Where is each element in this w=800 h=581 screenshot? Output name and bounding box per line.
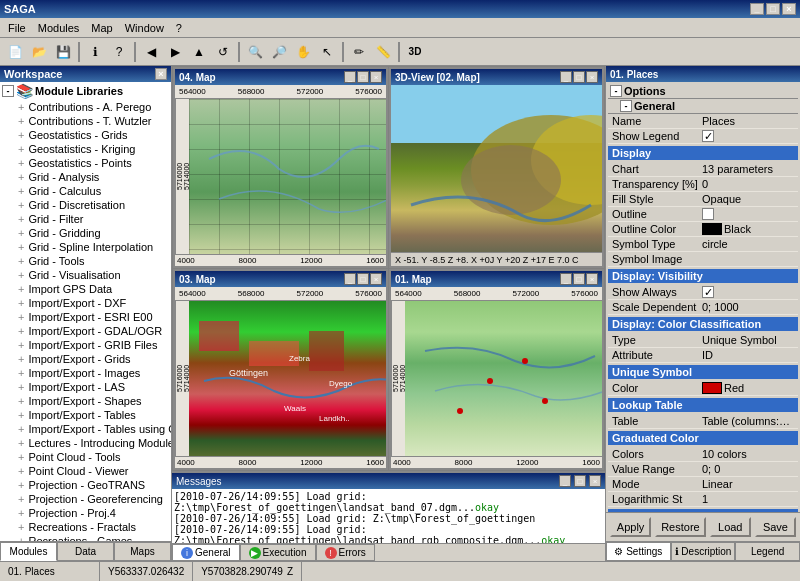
list-item[interactable]: +Recreations - Fractals (0, 520, 171, 534)
list-item[interactable]: +Contributions - T. Wutzler (0, 114, 171, 128)
list-item[interactable]: +Import/Export - Images (0, 366, 171, 380)
maximize-button[interactable]: □ (766, 3, 780, 15)
forward-button[interactable]: ▶ (164, 41, 186, 63)
list-item[interactable]: +Geostatistics - Grids (0, 128, 171, 142)
3d-button[interactable]: 3D (404, 41, 426, 63)
menu-file[interactable]: File (2, 20, 32, 36)
list-item[interactable]: +Lectures - Introducing Module P (0, 436, 171, 450)
map-01-canvas[interactable] (405, 301, 602, 456)
map-03-maximize[interactable]: □ (357, 273, 369, 285)
map-01-close[interactable]: × (586, 273, 598, 285)
list-item[interactable]: +Projection - Proj.4 (0, 506, 171, 520)
map-01-maximize[interactable]: □ (573, 273, 585, 285)
prop-color: Color Red (608, 381, 798, 396)
help-button[interactable]: ? (108, 41, 130, 63)
info-button[interactable]: ℹ (84, 41, 106, 63)
map-03-canvas[interactable]: Göttingen Zebra Dyego Waals Landkh.. (189, 301, 386, 456)
minimize-button[interactable]: _ (750, 3, 764, 15)
show-legend-checkbox[interactable]: ✓ (702, 130, 714, 142)
expand-icon[interactable]: - (2, 85, 14, 97)
pan-button[interactable]: ✋ (292, 41, 314, 63)
tab-execution[interactable]: ▶ Execution (240, 544, 316, 561)
list-item[interactable]: +Geostatistics - Kriging (0, 142, 171, 156)
list-item[interactable]: +Grid - Visualisation (0, 268, 171, 282)
map-3d-minimize[interactable]: _ (560, 71, 572, 83)
draw-button[interactable]: ✏ (348, 41, 370, 63)
list-item[interactable]: +Recreations - Games (0, 534, 171, 541)
list-item[interactable]: +Grid - Analysis (0, 170, 171, 184)
list-item[interactable]: +Point Cloud - Viewer (0, 464, 171, 478)
options-expand[interactable]: - (610, 85, 622, 97)
menu-window[interactable]: Window (119, 20, 170, 36)
menu-map[interactable]: Map (85, 20, 118, 36)
map-03-close[interactable]: × (370, 273, 382, 285)
messages-minimize[interactable]: _ (559, 475, 571, 487)
back-button[interactable]: ◀ (140, 41, 162, 63)
list-item[interactable]: +Import/Export - GRIB Files (0, 338, 171, 352)
map-04-canvas[interactable] (189, 99, 386, 254)
prop-chart: Chart 13 parameters (608, 162, 798, 177)
map-04-minimize[interactable]: _ (344, 71, 356, 83)
list-item[interactable]: +Import/Export - Grids (0, 352, 171, 366)
list-item[interactable]: +Geostatistics - Points (0, 156, 171, 170)
general-expand[interactable]: - (620, 100, 632, 112)
list-item[interactable]: +Projection - GeoTRANS (0, 478, 171, 492)
menu-modules[interactable]: Modules (32, 20, 86, 36)
map-03-minimize[interactable]: _ (344, 273, 356, 285)
select-button[interactable]: ↖ (316, 41, 338, 63)
restore-button[interactable]: Restore (655, 517, 706, 537)
list-item[interactable]: +Import/Export - Shapes (0, 394, 171, 408)
load-button[interactable]: Load (710, 517, 751, 537)
tab-description[interactable]: ℹ Description (671, 542, 736, 561)
list-item[interactable]: +Grid - Spline Interpolation (0, 240, 171, 254)
map-3d-canvas[interactable] (391, 85, 602, 252)
tree-root-modules[interactable]: - 📚 Module Libraries (0, 82, 171, 100)
tab-errors[interactable]: ! Errors (316, 544, 375, 561)
tab-general[interactable]: i General (172, 544, 240, 561)
messages-close[interactable]: × (589, 475, 601, 487)
outline-checkbox[interactable] (702, 208, 714, 220)
list-item[interactable]: +Point Cloud - Tools (0, 450, 171, 464)
tab-modules[interactable]: Modules (0, 542, 57, 561)
list-item[interactable]: +Grid - Calculus (0, 184, 171, 198)
status-coordinates: Y563337.026432 (100, 562, 193, 581)
tab-settings[interactable]: ⚙ Settings (606, 542, 671, 561)
new-button[interactable]: 📄 (4, 41, 26, 63)
list-item[interactable]: +Import/Export - DXF (0, 296, 171, 310)
close-button[interactable]: × (782, 3, 796, 15)
list-item[interactable]: +Import GPS Data (0, 282, 171, 296)
zoom-in-button[interactable]: 🔍 (244, 41, 266, 63)
map-3d-maximize[interactable]: □ (573, 71, 585, 83)
up-button[interactable]: ▲ (188, 41, 210, 63)
tab-data[interactable]: Data (57, 542, 114, 561)
list-item[interactable]: +Import/Export - ESRI E00 (0, 310, 171, 324)
list-item[interactable]: +Grid - Tools (0, 254, 171, 268)
list-item[interactable]: +Import/Export - LAS (0, 380, 171, 394)
sidebar-close-button[interactable]: × (155, 68, 167, 80)
measure-button[interactable]: 📏 (372, 41, 394, 63)
map-04-close[interactable]: × (370, 71, 382, 83)
list-item[interactable]: +Grid - Gridding (0, 226, 171, 240)
refresh-button[interactable]: ↺ (212, 41, 234, 63)
list-item[interactable]: +Contributions - A. Perego (0, 100, 171, 114)
menu-help[interactable]: ? (170, 20, 188, 36)
tab-maps[interactable]: Maps (114, 542, 171, 561)
zoom-out-button[interactable]: 🔎 (268, 41, 290, 63)
save-button[interactable]: Save (755, 517, 796, 537)
tab-legend[interactable]: Legend (735, 542, 800, 561)
map-01-minimize[interactable]: _ (560, 273, 572, 285)
show-always-checkbox[interactable]: ✓ (702, 286, 714, 298)
map-04-maximize[interactable]: □ (357, 71, 369, 83)
visibility-header: Display: Visibility (608, 269, 798, 283)
list-item[interactable]: +Import/Export - Tables using OC (0, 422, 171, 436)
save-button[interactable]: 💾 (52, 41, 74, 63)
open-button[interactable]: 📂 (28, 41, 50, 63)
list-item[interactable]: +Grid - Discretisation (0, 198, 171, 212)
list-item[interactable]: +Import/Export - GDAL/OGR (0, 324, 171, 338)
list-item[interactable]: +Import/Export - Tables (0, 408, 171, 422)
list-item[interactable]: +Projection - Georeferencing (0, 492, 171, 506)
map-3d-close[interactable]: × (586, 71, 598, 83)
list-item[interactable]: +Grid - Filter (0, 212, 171, 226)
apply-button[interactable]: Apply (610, 517, 651, 537)
messages-maximize[interactable]: □ (574, 475, 586, 487)
